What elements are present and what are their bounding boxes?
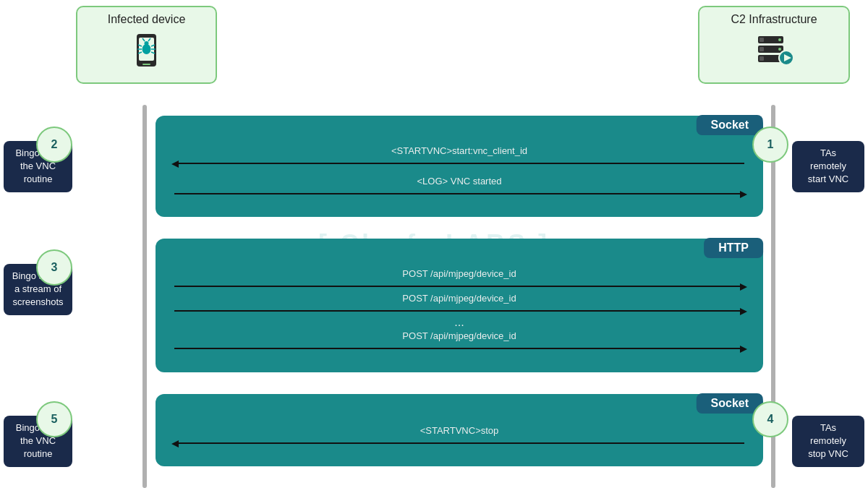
- svg-point-18: [778, 48, 781, 51]
- svg-rect-2: [142, 64, 150, 65]
- step-badge-4: 4: [752, 401, 788, 437]
- step-4-text: TAsremotelystop VNC: [808, 422, 848, 459]
- step-label-4: TAsremotelystop VNC: [792, 416, 864, 467]
- arrow-startvnc: <STARTVNC>start:vnc_client_id: [167, 145, 752, 166]
- lifeline-left: [142, 105, 147, 488]
- arrow-log-vnc: <LOG> VNC started: [167, 176, 752, 196]
- arrow-post-2-label: POST /api/mjpeg/device_id: [167, 293, 752, 304]
- http-block: HTTP POST /api/mjpeg/device_id POST /api…: [156, 239, 763, 372]
- arrow-startvnc-label: <STARTVNC>start:vnc_client_id: [167, 145, 752, 157]
- arrow-post-3-label: POST /api/mjpeg/device_id: [167, 330, 752, 342]
- step-label-1: TAsremotelystart VNC: [792, 141, 864, 192]
- arrow-post-1: POST /api/mjpeg/device_id: [167, 268, 752, 288]
- arrow-stop-label: <STARTVNC>stop: [167, 425, 752, 437]
- socket-header-2: Socket: [697, 393, 763, 414]
- dots: ...: [156, 316, 763, 329]
- actor-c2-infrastructure: C2 Infrastructure: [698, 6, 850, 84]
- step-badge-1: 1: [752, 127, 788, 163]
- socket-block-1: Socket <STARTVNC>start:vnc_client_id <LO…: [156, 116, 763, 217]
- svg-rect-14: [760, 38, 764, 42]
- svg-point-3: [142, 44, 151, 54]
- step-badge-2: 2: [36, 127, 72, 163]
- step-1-text: TAsremotelystart VNC: [808, 147, 848, 184]
- step-badge-3: 3: [36, 249, 72, 286]
- arrow-log-vnc-label: <LOG> VNC started: [167, 176, 752, 187]
- actor-right-title: C2 Infrastructure: [708, 13, 840, 26]
- socket-header-1: Socket: [697, 115, 763, 135]
- actor-left-title: Infected device: [86, 13, 207, 26]
- diagram-container: [ Cleafy LABS ] Infected device: [0, 0, 868, 488]
- svg-point-15: [778, 38, 781, 41]
- c2-icon: [708, 30, 840, 77]
- arrow-post-1-label: POST /api/mjpeg/device_id: [167, 268, 752, 280]
- http-header: HTTP: [704, 238, 763, 258]
- arrow-stop: <STARTVNC>stop: [167, 425, 752, 445]
- step-badge-5: 5: [36, 401, 72, 437]
- svg-rect-20: [760, 56, 764, 61]
- svg-rect-17: [760, 47, 764, 51]
- infected-device-icon: [86, 30, 207, 77]
- arrow-post-2: POST /api/mjpeg/device_id: [167, 293, 752, 313]
- actor-infected-device: Infected device: [76, 6, 217, 84]
- arrow-post-3: POST /api/mjpeg/device_id: [167, 330, 752, 351]
- socket-block-2: Socket <STARTVNC>stop: [156, 394, 763, 466]
- svg-point-4: [145, 41, 149, 46]
